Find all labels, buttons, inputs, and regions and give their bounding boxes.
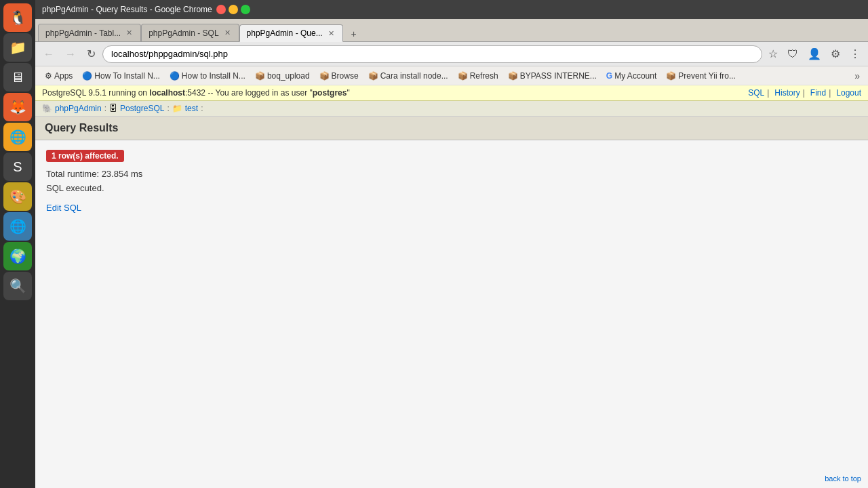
bookmark-cara-label: Cara install node... bbox=[380, 71, 448, 81]
sidebar: 🐧 📁 🖥 🦊 🌐 S 🎨 🌐 🌍 🔍 bbox=[0, 0, 35, 488]
tab-0[interactable]: phpPgAdmin - Tabl... ✕ bbox=[38, 24, 141, 41]
sidebar-chromium[interactable]: 🌐 bbox=[3, 123, 32, 151]
bookmarks-bar: ⚙ Apps 🔵 How To Install N... 🔵 How to In… bbox=[35, 66, 868, 85]
bookmarks-more-button[interactable]: » bbox=[852, 69, 863, 83]
main-area: phpPgAdmin - Query Results - Google Chro… bbox=[35, 0, 868, 488]
executed-text: SQL executed. bbox=[46, 183, 857, 193]
bookmark-how-to-1-label: How To Install N... bbox=[94, 71, 159, 81]
pg-quote-close: " bbox=[347, 88, 349, 98]
nav-sep-1: | bbox=[767, 88, 769, 98]
logout-link[interactable]: Logout bbox=[836, 88, 861, 98]
bookmark-refresh-label: Refresh bbox=[470, 71, 498, 81]
bookmark-yii[interactable]: 📦 Prevent Yii fro... bbox=[662, 70, 740, 82]
bookmark-how-to-2[interactable]: 🔵 How to Install N... bbox=[165, 70, 250, 82]
bookmark-how-to-1[interactable]: 🔵 How To Install N... bbox=[78, 70, 163, 82]
tab-0-close[interactable]: ✕ bbox=[125, 28, 134, 37]
sidebar-terminal[interactable]: 🖥 bbox=[3, 63, 32, 92]
nav-sep-3: | bbox=[829, 88, 831, 98]
bookmark-yii-label: Prevent Yii fro... bbox=[678, 71, 736, 81]
breadcrumb-sep-2: : bbox=[167, 104, 169, 113]
page-content: PostgreSQL 9.5.1 running on localhost:54… bbox=[35, 85, 868, 488]
bookmark-icon-4: 📦 bbox=[319, 71, 330, 81]
pg-statusbar: PostgreSQL 9.5.1 running on localhost:54… bbox=[35, 85, 868, 101]
history-link[interactable]: History bbox=[774, 88, 800, 98]
bookmark-apps[interactable]: ⚙ Apps bbox=[41, 70, 77, 82]
navbar: ← → ↻ ☆ 🛡 👤 ⚙ ⋮ bbox=[35, 42, 868, 66]
nav-icons: ☆ 🛡 👤 ⚙ ⋮ bbox=[765, 45, 864, 62]
pg-status-text: PostgreSQL 9.5.1 running on localhost:54… bbox=[42, 88, 350, 98]
breadcrumb-icon: 🐘 bbox=[42, 104, 52, 113]
bookmark-apps-label: Apps bbox=[54, 71, 73, 81]
tab-2-label: phpPgAdmin - Que... bbox=[247, 28, 323, 38]
sidebar-search[interactable]: 🔍 bbox=[3, 272, 32, 300]
forward-button[interactable]: → bbox=[61, 45, 80, 63]
breadcrumb-postgresql[interactable]: PostgreSQL bbox=[120, 104, 164, 113]
shield-button[interactable]: 🛡 bbox=[784, 46, 802, 62]
affected-badge: 1 row(s) affected. bbox=[46, 150, 124, 162]
bookmark-star-button[interactable]: ☆ bbox=[765, 45, 781, 62]
tab-0-label: phpPgAdmin - Tabl... bbox=[45, 28, 121, 38]
sidebar-files[interactable]: 📁 bbox=[3, 33, 32, 62]
bookmark-cara[interactable]: 📦 Cara install node... bbox=[364, 70, 452, 82]
bookmark-icon-8: G bbox=[606, 71, 612, 81]
bookmark-icon-1: 🔵 bbox=[82, 71, 92, 81]
titlebar: phpPgAdmin - Query Results - Google Chro… bbox=[35, 0, 868, 19]
bookmark-icon-6: 📦 bbox=[458, 71, 468, 81]
bookmark-how-to-2-label: How to Install N... bbox=[182, 71, 245, 81]
tabbar: phpPgAdmin - Tabl... ✕ phpPgAdmin - SQL … bbox=[35, 19, 868, 42]
query-results-title: Query Results bbox=[45, 122, 118, 134]
sidebar-gimp[interactable]: 🎨 bbox=[3, 182, 32, 211]
sidebar-browser1[interactable]: 🌐 bbox=[3, 212, 32, 241]
extensions-button[interactable]: ⚙ bbox=[827, 45, 844, 62]
nav-sep-2: | bbox=[803, 88, 805, 98]
breadcrumb-sep-1: : bbox=[104, 104, 106, 113]
runtime-text: Total runtime: 23.854 ms bbox=[46, 169, 857, 179]
tab-2-close[interactable]: ✕ bbox=[327, 29, 336, 38]
pg-login-text: -- You are logged in as user " bbox=[205, 88, 313, 98]
find-link[interactable]: Find bbox=[810, 88, 826, 98]
refresh-button[interactable]: ↻ bbox=[83, 45, 100, 63]
breadcrumb-db-icon: 🗄 bbox=[109, 104, 117, 113]
window-max-button[interactable] bbox=[241, 5, 250, 14]
breadcrumb-schema-icon: 📁 bbox=[172, 104, 182, 113]
sql-link[interactable]: SQL bbox=[748, 88, 764, 98]
tab-1-label: phpPgAdmin - SQL bbox=[149, 28, 218, 38]
query-results-heading: Query Results bbox=[35, 117, 868, 140]
bookmark-boq[interactable]: 📦 boq_upload bbox=[251, 70, 314, 82]
bookmark-icon-2: 🔵 bbox=[170, 71, 180, 81]
sidebar-firefox[interactable]: 🦊 bbox=[3, 93, 32, 121]
sidebar-ubuntu[interactable]: 🐧 bbox=[3, 3, 32, 32]
address-bar[interactable] bbox=[102, 45, 762, 63]
bookmark-browse[interactable]: 📦 Browse bbox=[315, 70, 363, 82]
bookmark-icon-5: 📦 bbox=[368, 71, 378, 81]
pg-version-text: PostgreSQL 9.5.1 running on bbox=[42, 88, 149, 98]
bookmark-browse-label: Browse bbox=[332, 71, 359, 81]
edit-sql-link[interactable]: Edit SQL bbox=[46, 203, 81, 213]
pg-nav-links: SQL | History | Find | Logout bbox=[745, 88, 861, 98]
bookmark-bypass-label: BYPASS INTERNE... bbox=[520, 71, 597, 81]
bookmark-bypass[interactable]: 📦 BYPASS INTERNE... bbox=[504, 70, 601, 82]
tab-1-close[interactable]: ✕ bbox=[223, 28, 232, 37]
pg-user: postgres bbox=[313, 88, 347, 98]
breadcrumb-test[interactable]: test bbox=[185, 104, 198, 113]
bookmark-icon-9: 📦 bbox=[666, 71, 676, 81]
breadcrumb: 🐘 phpPgAdmin : 🗄 PostgreSQL : 📁 test : bbox=[35, 101, 868, 117]
tab-2[interactable]: phpPgAdmin - Que... ✕ bbox=[239, 24, 343, 42]
bookmark-refresh[interactable]: 📦 Refresh bbox=[454, 70, 502, 82]
sidebar-sublime[interactable]: S bbox=[3, 152, 32, 181]
new-tab-button[interactable]: + bbox=[344, 26, 363, 41]
back-button[interactable]: ← bbox=[39, 45, 58, 63]
titlebar-title: phpPgAdmin - Query Results - Google Chro… bbox=[42, 5, 212, 14]
pg-host: localhost bbox=[149, 88, 185, 98]
bookmark-google-label: My Account bbox=[614, 71, 656, 81]
profile-button[interactable]: 👤 bbox=[804, 45, 825, 62]
menu-button[interactable]: ⋮ bbox=[846, 45, 864, 62]
sidebar-browser2[interactable]: 🌍 bbox=[3, 242, 32, 270]
bookmark-google[interactable]: G My Account bbox=[602, 70, 660, 82]
bookmark-boq-label: boq_upload bbox=[267, 71, 310, 81]
window-close-button[interactable] bbox=[216, 5, 226, 14]
back-to-top-link[interactable]: back to top bbox=[825, 474, 861, 483]
breadcrumb-phppgadmin[interactable]: phpPgAdmin bbox=[55, 104, 102, 113]
tab-1[interactable]: phpPgAdmin - SQL ✕ bbox=[141, 24, 239, 41]
window-min-button[interactable] bbox=[229, 5, 238, 14]
